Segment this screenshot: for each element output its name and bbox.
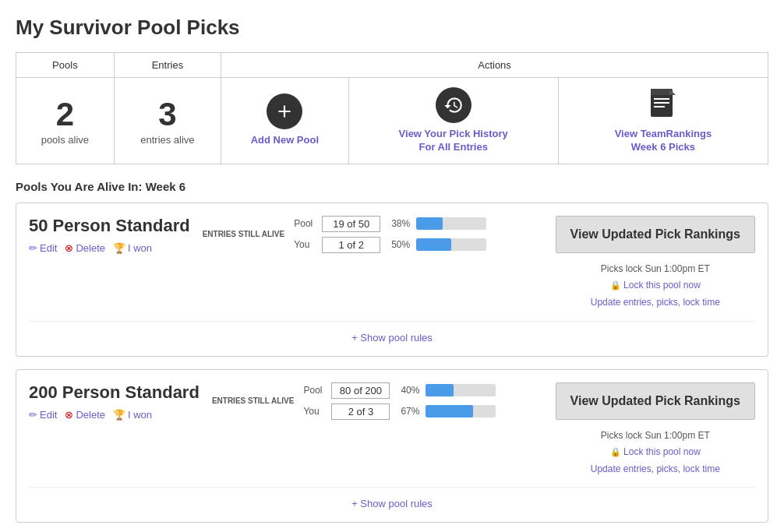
won-link-0[interactable]: 🏆 I won: [113, 242, 152, 254]
entries-count-cell: 3 entries alive: [114, 78, 221, 164]
picks-lock-text-1: Picks lock Sun 1:00pm ET: [601, 430, 710, 441]
pool-value-1: 80 of 200: [331, 382, 390, 399]
delete-icon-0: ⊗: [65, 242, 73, 254]
edit-label-1: Edit: [40, 409, 57, 421]
show-rules-section-0: + Show pool rules: [29, 321, 755, 344]
pool-name-1: 200 Person Standard: [29, 382, 200, 403]
team-rankings-button[interactable]: View TeamRankings Week 6 Picks: [601, 128, 726, 154]
lock-icon-0: 🔒: [610, 280, 621, 290]
lock-pool-link-0[interactable]: Lock this pool now: [623, 280, 701, 291]
edit-link-0[interactable]: ✏ Edit: [29, 242, 57, 254]
you-value-1: 2 of 3: [331, 403, 390, 420]
svg-rect-4: [654, 102, 669, 104]
pools-count: 2: [26, 96, 104, 133]
delete-icon-1: ⊗: [65, 409, 73, 421]
you-entry-row-0: You 1 of 2 50%: [294, 237, 486, 253]
plus-icon: [274, 101, 295, 122]
pool-entry-row-1: Pool 80 of 200 40%: [303, 382, 496, 399]
entries-sub-label: entries alive: [140, 134, 194, 146]
pool-card-inner-0: 50 Person Standard ✏ Edit ⊗ Delete 🏆 I: [29, 216, 755, 312]
team-rankings-cell: View TeamRankings Week 6 Picks: [558, 78, 768, 164]
you-pct-0: 50%: [387, 239, 410, 250]
entries-still-alive-label-0: ENTRIES STILL ALIVE: [203, 229, 285, 239]
rankings-button-0[interactable]: View Updated Pick Rankings: [556, 216, 755, 253]
show-rules-section-1: + Show pool rules: [29, 487, 755, 509]
svg-rect-2: [651, 89, 669, 95]
pool-meta-0: Picks lock Sun 1:00pm ET 🔒 Lock this poo…: [591, 261, 720, 312]
page-title: My Survivor Pool Picks: [16, 16, 768, 40]
show-rules-link-0[interactable]: + Show pool rules: [351, 332, 433, 344]
actions-col-header: Actions: [221, 53, 768, 78]
lock-icon-1: 🔒: [610, 447, 621, 456]
you-progress-fill-0: [416, 238, 451, 251]
trophy-icon-0: 🏆: [113, 242, 125, 254]
won-label-0: I won: [128, 242, 152, 254]
pools-count-cell: 2 pools alive: [16, 78, 115, 164]
history-icon: [443, 95, 464, 115]
pool-entry-row-0: Pool 19 of 50 38%: [294, 216, 486, 232]
you-progress-fill-1: [426, 405, 472, 417]
pool-progress-wrap-1: [426, 384, 496, 396]
summary-table: Pools Entries Actions 2 pools alive 3 en…: [16, 52, 768, 164]
pool-right-0: View Updated Pick Rankings Picks lock Su…: [556, 216, 755, 312]
pool-actions-1: ✏ Edit ⊗ Delete 🏆 I won: [29, 409, 200, 421]
entries-still-alive-label-1: ENTRIES STILL ALIVE: [212, 396, 295, 406]
you-row-label-1: You: [303, 406, 325, 417]
delete-label-0: Delete: [76, 242, 105, 254]
show-rules-link-1[interactable]: + Show pool rules: [351, 498, 433, 509]
pick-history-cell: View Your Pick History For All Entries: [348, 78, 558, 164]
delete-label-1: Delete: [76, 409, 105, 421]
entries-section-0: ENTRIES STILL ALIVE Pool 19 of 50 38% Yo…: [203, 216, 543, 253]
pool-progress-fill-0: [416, 217, 443, 230]
pick-history-button[interactable]: View Your Pick History For All Entries: [391, 128, 516, 154]
entries-col-header: Entries: [114, 53, 221, 78]
edit-icon-0: ✏: [29, 242, 37, 254]
you-pct-1: 67%: [396, 406, 419, 417]
pool-pct-0: 38%: [387, 218, 410, 229]
trophy-icon-1: 🏆: [113, 409, 125, 421]
edit-icon-1: ✏: [29, 409, 37, 421]
add-pool-cell: Add New Pool: [221, 78, 349, 164]
pool-left-1: 200 Person Standard ✏ Edit ⊗ Delete 🏆 I: [29, 382, 200, 421]
delete-link-0[interactable]: ⊗ Delete: [65, 242, 105, 254]
add-pool-button[interactable]: Add New Pool: [251, 134, 319, 147]
pool-progress-fill-1: [426, 384, 454, 396]
you-progress-wrap-1: [426, 405, 496, 417]
delete-link-1[interactable]: ⊗ Delete: [65, 409, 105, 421]
pool-name-0: 50 Person Standard: [29, 216, 190, 236]
pool-card-1: 200 Person Standard ✏ Edit ⊗ Delete 🏆 I: [16, 369, 768, 523]
you-row-label-0: You: [294, 239, 316, 250]
pick-history-icon: [436, 87, 471, 123]
pools-col-header: Pools: [16, 53, 115, 78]
pool-pct-1: 40%: [396, 385, 419, 396]
you-progress-wrap-0: [416, 238, 486, 251]
you-entry-row-1: You 2 of 3 67%: [303, 403, 496, 420]
pool-cards-container: 50 Person Standard ✏ Edit ⊗ Delete 🏆 I: [16, 203, 768, 523]
pool-row-label-0: Pool: [294, 218, 316, 229]
document-icon: [648, 87, 679, 123]
svg-rect-3: [654, 98, 669, 100]
entries-section-1: ENTRIES STILL ALIVE Pool 80 of 200 40% Y…: [212, 382, 543, 420]
section-header: Pools You Are Alive In: Week 6: [16, 180, 768, 193]
pool-progress-wrap-0: [416, 217, 486, 230]
pool-value-0: 19 of 50: [322, 216, 380, 232]
svg-rect-5: [654, 106, 665, 107]
update-entries-link-1[interactable]: Update entries, picks, lock time: [591, 463, 720, 474]
pool-right-1: View Updated Pick Rankings Picks lock Su…: [556, 382, 755, 478]
lock-pool-link-1[interactable]: Lock this pool now: [623, 446, 701, 457]
picks-lock-text-0: Picks lock Sun 1:00pm ET: [601, 263, 710, 274]
pool-meta-1: Picks lock Sun 1:00pm ET 🔒 Lock this poo…: [591, 428, 720, 478]
entries-count: 3: [124, 96, 211, 133]
rankings-button-1[interactable]: View Updated Pick Rankings: [556, 382, 755, 420]
won-link-1[interactable]: 🏆 I won: [113, 409, 152, 421]
pool-card-inner-1: 200 Person Standard ✏ Edit ⊗ Delete 🏆 I: [29, 382, 755, 478]
entries-grid-0: Pool 19 of 50 38% You 1 of 2 50%: [294, 216, 486, 253]
add-pool-icon: [267, 93, 302, 129]
pool-row-label-1: Pool: [303, 385, 325, 396]
pool-actions-0: ✏ Edit ⊗ Delete 🏆 I won: [29, 242, 190, 254]
pool-left-0: 50 Person Standard ✏ Edit ⊗ Delete 🏆 I: [29, 216, 190, 254]
edit-link-1[interactable]: ✏ Edit: [29, 409, 57, 421]
pools-sub-label: pools alive: [41, 134, 89, 146]
pool-card-0: 50 Person Standard ✏ Edit ⊗ Delete 🏆 I: [16, 203, 768, 357]
update-entries-link-0[interactable]: Update entries, picks, lock time: [591, 297, 720, 308]
